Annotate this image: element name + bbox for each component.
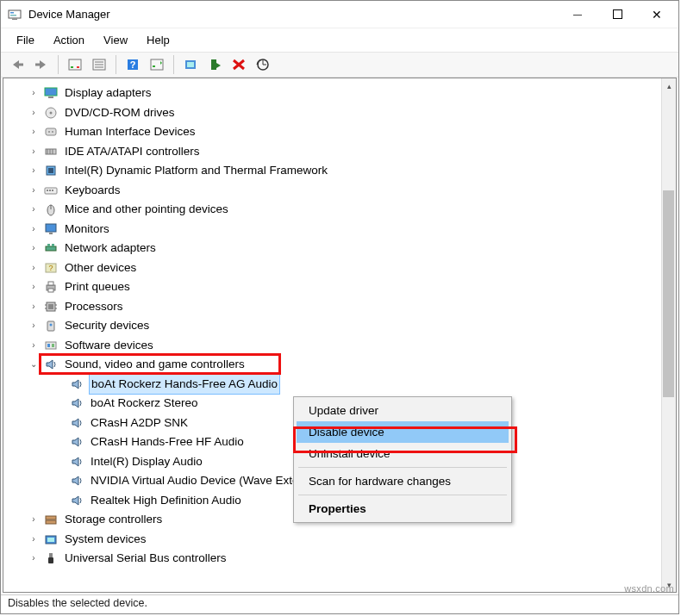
context-menu-item[interactable]: Scan for hardware changes	[297, 470, 509, 492]
printer-icon	[43, 279, 59, 295]
menu-view[interactable]: View	[97, 32, 134, 48]
chevron-right-icon[interactable]: ›	[28, 220, 40, 240]
scan-hardware-button[interactable]	[252, 54, 274, 75]
item-label: Security devices	[64, 316, 150, 336]
uninstall-device-button[interactable]	[228, 54, 250, 75]
vertical-scrollbar[interactable]: ▴ ▾	[661, 78, 676, 592]
menu-help[interactable]: Help	[140, 32, 177, 48]
svg-rect-26	[46, 128, 56, 135]
device-category[interactable]: ›Print queues	[3, 277, 676, 297]
svg-rect-61	[52, 344, 54, 347]
device-category[interactable]: ›Universal Serial Bus controllers	[3, 549, 676, 569]
forward-button[interactable]	[30, 54, 53, 75]
svg-rect-65	[47, 538, 54, 542]
close-button[interactable]: ✕	[637, 2, 677, 28]
svg-rect-67	[48, 557, 53, 563]
context-menu-item[interactable]: Disable device	[297, 421, 509, 443]
svg-rect-16	[151, 59, 163, 70]
chevron-right-icon[interactable]: ›	[28, 549, 40, 569]
chevron-right-icon[interactable]: ›	[28, 200, 40, 220]
chevron-right-icon[interactable]: ›	[28, 277, 40, 297]
device-category[interactable]: ›IDE ATA/ATAPI controllers	[3, 142, 676, 162]
update-driver-button[interactable]	[146, 54, 168, 75]
device-category[interactable]: ›DVD/CD-ROM drives	[3, 103, 676, 123]
back-button[interactable]	[6, 54, 28, 75]
svg-rect-50	[48, 289, 53, 292]
item-label: Mice and other pointing devices	[64, 200, 229, 220]
context-menu-item[interactable]: Uninstall device	[297, 443, 509, 464]
chevron-right-icon[interactable]: ›	[28, 258, 40, 278]
device-category[interactable]: ›Human Interface Devices	[3, 122, 676, 142]
help-button[interactable]: ?	[122, 54, 144, 75]
item-label: Sound, video and game controllers	[64, 355, 246, 375]
svg-rect-63	[46, 520, 56, 524]
item-label: Keyboards	[64, 181, 122, 201]
scroll-up-button[interactable]: ▴	[662, 78, 677, 93]
svg-rect-19	[187, 62, 194, 67]
device-category[interactable]: ›Display adapters	[3, 84, 676, 103]
device-category[interactable]: ›?Other devices	[3, 258, 676, 278]
item-label: Storage controllers	[64, 510, 163, 530]
window-title: Device Manager	[28, 8, 110, 21]
context-menu-separator	[298, 495, 507, 495]
menu-file[interactable]: File	[9, 32, 41, 48]
device-category[interactable]: ⌄Sound, video and game controllers	[3, 355, 676, 375]
chevron-down-icon[interactable]: ⌄	[28, 355, 40, 375]
title-bar[interactable]: Device Manager — ✕	[1, 1, 678, 28]
svg-rect-36	[47, 190, 48, 191]
properties-button[interactable]	[88, 54, 110, 75]
keyboard-icon	[43, 183, 59, 198]
chevron-right-icon[interactable]: ›	[28, 181, 40, 201]
chevron-right-icon[interactable]: ›	[28, 103, 40, 123]
device-category[interactable]: ›Monitors	[3, 220, 676, 240]
svg-rect-6	[35, 64, 40, 66]
svg-rect-34	[48, 168, 53, 173]
device-category[interactable]: ›Software devices	[3, 336, 676, 356]
item-label: Realtek High Definition Audio	[90, 491, 242, 511]
minimize-button[interactable]: —	[558, 2, 597, 28]
device-category[interactable]: ›Mice and other pointing devices	[3, 200, 676, 220]
device-category[interactable]: ›Processors	[3, 297, 676, 317]
svg-point-28	[52, 131, 53, 133]
device-category[interactable]: ›Security devices	[3, 316, 676, 336]
enable-device-button[interactable]	[179, 54, 202, 75]
chevron-right-icon[interactable]: ›	[28, 336, 40, 356]
svg-rect-0	[9, 10, 21, 18]
menu-action[interactable]: Action	[47, 32, 91, 48]
context-menu-item[interactable]: Update driver	[297, 400, 509, 421]
sound-icon	[69, 493, 84, 508]
chevron-right-icon[interactable]: ›	[28, 530, 40, 550]
show-hidden-button[interactable]	[64, 54, 86, 75]
security-icon	[43, 318, 59, 333]
chevron-right-icon[interactable]: ›	[28, 316, 40, 336]
chevron-right-icon[interactable]: ›	[28, 142, 40, 162]
chevron-right-icon[interactable]: ›	[28, 84, 40, 103]
other-icon: ?	[43, 260, 59, 276]
device-category[interactable]: ›Keyboards	[3, 181, 676, 201]
chevron-right-icon[interactable]: ›	[28, 239, 40, 258]
chevron-right-icon[interactable]: ›	[28, 297, 40, 317]
disable-device-button[interactable]	[203, 54, 226, 75]
chevron-right-icon[interactable]: ›	[28, 510, 40, 530]
svg-rect-38	[52, 190, 53, 191]
status-text: Disables the selected device.	[8, 597, 147, 609]
svg-rect-4	[613, 10, 622, 19]
device-category[interactable]: ›System devices	[3, 530, 676, 550]
chevron-right-icon[interactable]: ›	[28, 122, 40, 142]
sound-icon	[69, 473, 84, 488]
svg-rect-43	[46, 246, 56, 251]
device-item[interactable]: boAt Rockerz Hands-Free AG Audio	[3, 375, 676, 395]
maximize-button[interactable]	[597, 2, 637, 28]
svg-rect-37	[49, 190, 51, 191]
scroll-thumb[interactable]	[663, 190, 674, 397]
sound-icon	[69, 395, 84, 411]
device-category[interactable]: ›Intel(R) Dynamic Platform and Thermal F…	[3, 161, 676, 181]
svg-rect-9	[77, 66, 79, 68]
context-menu-item[interactable]: Properties	[297, 498, 509, 520]
storage-icon	[43, 512, 59, 527]
svg-rect-45	[52, 244, 54, 246]
chevron-right-icon[interactable]: ›	[28, 161, 40, 181]
system-icon	[43, 532, 59, 547]
toolbar-separator	[58, 55, 59, 74]
device-category[interactable]: ›Network adapters	[3, 239, 676, 258]
